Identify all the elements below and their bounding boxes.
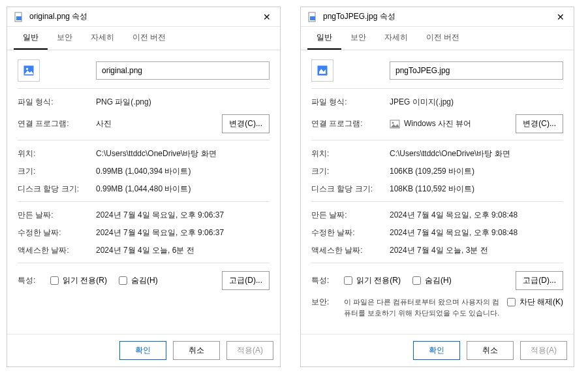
unblock-input[interactable] [507, 298, 516, 306]
size-label: 크기: [311, 166, 390, 177]
size-value: 106KB (109,259 바이트) [390, 166, 563, 177]
created-label: 만든 날짜: [18, 210, 96, 221]
tab-general[interactable]: 일반 [14, 27, 48, 50]
divider [311, 263, 563, 263]
unblock-checkbox[interactable]: 차단 해제(K) [507, 297, 563, 308]
file-type-icon [18, 59, 40, 82]
hidden-checkbox[interactable]: 숨김(H) [412, 275, 452, 286]
accessed-value: 2024년 7월 4일 오늘, 6분 전 [96, 245, 270, 256]
filetype-value: JPEG 이미지(.jpg) [390, 97, 563, 108]
titlebar: original.png 속성 ✕ [7, 7, 280, 27]
disksize-value: 0.99MB (1,044,480 바이트) [96, 184, 270, 195]
divider [18, 140, 270, 140]
unblock-text: 차단 해제(K) [519, 297, 563, 308]
filetype-label: 파일 형식: [311, 97, 390, 108]
dialog-footer: 확인 취소 적용(A) [7, 334, 280, 366]
readonly-text: 읽기 전용(R) [63, 275, 107, 286]
dialog-body: 파일 형식: JPEG 이미지(.jpg) 연결 프로그램: Windows 사… [301, 50, 574, 334]
security-label: 보안: [311, 297, 344, 308]
divider [18, 88, 270, 89]
accessed-label: 액세스한 날짜: [18, 245, 96, 256]
divider [311, 201, 563, 202]
tab-details[interactable]: 자세히 [375, 27, 417, 50]
ok-button[interactable]: 확인 [119, 341, 166, 360]
tab-details[interactable]: 자세히 [82, 27, 123, 50]
change-button[interactable]: 변경(C)... [516, 114, 563, 133]
filetype-value: PNG 파일(.png) [96, 97, 270, 108]
tabs: 일반 보안 자세히 이전 버전 [7, 27, 280, 50]
security-text: 이 파일은 다른 컴퓨터로부터 왔으며 사용자의 컴퓨터를 보호하기 위해 차단… [344, 297, 501, 318]
ok-button[interactable]: 확인 [413, 341, 460, 360]
filename-input[interactable] [390, 61, 563, 80]
modified-label: 수정한 날짜: [18, 227, 96, 238]
dialog-footer: 확인 취소 적용(A) [301, 334, 574, 366]
file-icon [14, 12, 24, 22]
svg-rect-5 [310, 16, 315, 20]
location-value: C:\Users\ttddc\OneDrive\바탕 화면 [390, 148, 563, 159]
advanced-button[interactable]: 고급(D)... [222, 271, 270, 290]
hidden-input[interactable] [412, 276, 421, 285]
tabs: 일반 보안 자세히 이전 버전 [301, 27, 574, 50]
tab-previous[interactable]: 이전 버전 [123, 27, 175, 50]
tab-general[interactable]: 일반 [307, 27, 341, 50]
created-value: 2024년 7월 4일 목요일, 오후 9:08:48 [390, 210, 563, 221]
readonly-input[interactable] [50, 276, 59, 285]
close-icon[interactable]: ✕ [260, 12, 273, 22]
properties-dialog-right: pngToJPEG.jpg 속성 ✕ 일반 보안 자세히 이전 버전 파일 형식… [300, 7, 574, 367]
opens-with-label: 연결 프로그램: [18, 118, 96, 129]
cancel-button[interactable]: 취소 [173, 341, 220, 360]
disksize-value: 108KB (110,592 바이트) [390, 184, 563, 195]
disksize-label: 디스크 할당 크기: [18, 184, 96, 195]
accessed-value: 2024년 7월 4일 오늘, 3분 전 [390, 245, 563, 256]
readonly-checkbox[interactable]: 읽기 전용(R) [344, 275, 401, 286]
location-label: 위치: [311, 148, 390, 159]
size-label: 크기: [18, 166, 96, 177]
location-label: 위치: [18, 148, 96, 159]
opens-with-label: 연결 프로그램: [311, 118, 390, 129]
modified-value: 2024년 7월 4일 목요일, 오후 9:06:37 [96, 227, 270, 238]
close-icon[interactable]: ✕ [554, 12, 567, 22]
apply-button[interactable]: 적용(A) [226, 341, 273, 360]
accessed-label: 액세스한 날짜: [311, 245, 390, 256]
properties-dialog-left: original.png 속성 ✕ 일반 보안 자세히 이전 버전 파일 형식:… [7, 7, 281, 367]
advanced-button[interactable]: 고급(D)... [516, 271, 563, 290]
opens-with-value: 사진 [96, 118, 222, 129]
svg-point-8 [392, 122, 394, 123]
window-title: original.png 속성 [29, 11, 260, 22]
svg-rect-1 [16, 16, 22, 20]
file-icon [307, 12, 318, 22]
filetype-label: 파일 형식: [18, 97, 96, 108]
created-value: 2024년 7월 4일 목요일, 오후 9:06:37 [96, 210, 270, 221]
tab-security[interactable]: 보안 [341, 27, 375, 50]
location-value: C:\Users\ttddc\OneDrive\바탕 화면 [96, 148, 270, 159]
divider [311, 88, 563, 89]
created-label: 만든 날짜: [311, 210, 390, 221]
hidden-input[interactable] [119, 276, 127, 285]
attributes-label: 특성: [311, 275, 344, 286]
divider [311, 140, 563, 140]
cancel-button[interactable]: 취소 [467, 341, 514, 360]
readonly-checkbox[interactable]: 읽기 전용(R) [50, 275, 107, 286]
file-type-icon [311, 59, 333, 82]
tab-security[interactable]: 보안 [48, 27, 82, 50]
readonly-text: 읽기 전용(R) [356, 275, 401, 286]
attributes-label: 특성: [18, 275, 50, 286]
hidden-checkbox[interactable]: 숨김(H) [119, 275, 158, 286]
filename-input[interactable] [96, 61, 270, 80]
modified-label: 수정한 날짜: [311, 227, 390, 238]
hidden-text: 숨김(H) [131, 275, 158, 286]
window-title: pngToJPEG.jpg 속성 [323, 11, 554, 22]
size-value: 0.99MB (1,040,394 바이트) [96, 166, 270, 177]
tab-previous[interactable]: 이전 버전 [417, 27, 469, 50]
divider [18, 263, 270, 263]
opens-with-value: Windows 사진 뷰어 [404, 118, 471, 129]
svg-point-3 [26, 68, 28, 70]
divider [18, 201, 270, 202]
readonly-input[interactable] [344, 276, 352, 285]
change-button[interactable]: 변경(C)... [222, 114, 270, 133]
modified-value: 2024년 7월 4일 목요일, 오후 9:08:48 [390, 227, 563, 238]
apply-button[interactable]: 적용(A) [520, 341, 567, 360]
dialog-body: 파일 형식: PNG 파일(.png) 연결 프로그램: 사진 변경(C)...… [7, 50, 280, 334]
hidden-text: 숨김(H) [425, 275, 452, 286]
titlebar: pngToJPEG.jpg 속성 ✕ [301, 7, 574, 27]
